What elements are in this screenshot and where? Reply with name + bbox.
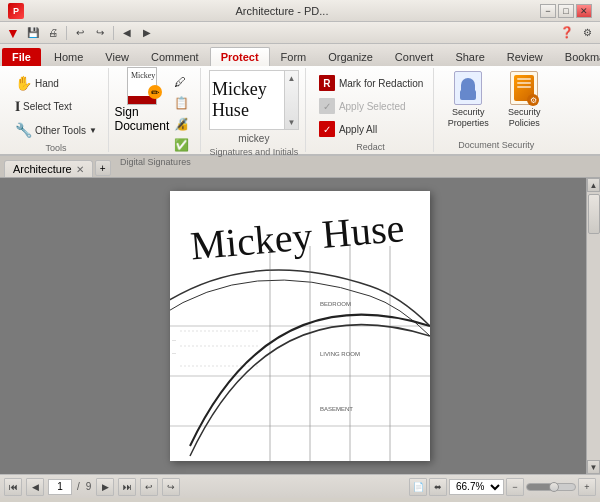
scroll-down-button[interactable]: ▼: [285, 115, 298, 129]
group-security-label: Document Security: [442, 140, 550, 150]
sign-document-icon: Mickey ✏: [124, 67, 160, 105]
hand-icon: ✋: [15, 75, 32, 91]
tab-organize[interactable]: Organize: [317, 47, 384, 66]
tab-review[interactable]: Review: [496, 47, 554, 66]
sign-document-button[interactable]: Mickey ✏ Sign Document: [117, 70, 167, 130]
sig-btn-3[interactable]: 🔏: [169, 114, 194, 134]
hand-button[interactable]: ✋ Hand: [10, 72, 102, 94]
doc-tab-label: Architecture: [13, 163, 72, 175]
tab-bookmarks[interactable]: Bookmarks: [554, 47, 600, 66]
minimize-button[interactable]: −: [540, 4, 556, 18]
gallery-scroll: ▲ ▼: [284, 71, 298, 129]
separator2: [113, 26, 114, 40]
group-document-security: Security Properties ⚙: [436, 68, 556, 152]
options-button[interactable]: ⚙: [578, 24, 596, 42]
sig-btn-2[interactable]: 📋: [169, 93, 194, 113]
tab-home[interactable]: Home: [43, 47, 94, 66]
prev-page-button[interactable]: ◀: [26, 478, 44, 496]
tab-view[interactable]: View: [94, 47, 140, 66]
undo-button[interactable]: ↩: [71, 24, 89, 42]
tab-share[interactable]: Share: [444, 47, 495, 66]
go-back-button[interactable]: ↩: [140, 478, 158, 496]
zoom-in-button[interactable]: +: [578, 478, 596, 496]
zoom-out-button[interactable]: −: [506, 478, 524, 496]
scroll-up-button[interactable]: ▲: [587, 178, 600, 192]
first-page-button[interactable]: ⏮: [4, 478, 22, 496]
maximize-button[interactable]: □: [558, 4, 574, 18]
apply-selected-icon: ✓: [318, 97, 336, 115]
group-signatures-initials: Mickey Huse ▲ ▼ mickey Signatures and In…: [203, 68, 306, 152]
signature-name-label: mickey: [209, 132, 299, 145]
group-tools-label: Tools: [10, 143, 102, 153]
last-page-button[interactable]: ⏭: [118, 478, 136, 496]
print-button[interactable]: 🖨: [44, 24, 62, 42]
sig-gallery-container: Mickey Huse ▲ ▼ mickey: [209, 70, 299, 145]
apply-all-button[interactable]: ✓ Apply All: [314, 118, 427, 140]
security-policies-icon: ⚙: [506, 71, 542, 105]
app-icon: P: [8, 3, 24, 19]
redact-buttons: R Mark for Redaction ✓ Apply Selected: [314, 70, 427, 140]
save-button[interactable]: 💾: [24, 24, 42, 42]
security-properties-button[interactable]: Security Properties: [442, 70, 494, 130]
signature-gallery[interactable]: Mickey Huse ▲ ▼: [209, 70, 299, 130]
main-content-area: Mickey Huse BEDROOM LIVING ROOM BASEM: [0, 178, 600, 474]
security-policies-label: Security Policies: [501, 107, 547, 129]
page-number-input[interactable]: 1: [48, 479, 72, 495]
dropdown-arrow-icon: ▼: [89, 126, 97, 135]
svg-text:—: —: [172, 337, 176, 342]
mark-for-redaction-button[interactable]: R Mark for Redaction: [314, 72, 427, 94]
separator: [66, 26, 67, 40]
group-redact: R Mark for Redaction ✓ Apply Selected: [308, 68, 434, 152]
tab-comment[interactable]: Comment: [140, 47, 210, 66]
status-left: ⏮ ◀ 1 / 9 ▶ ⏭ ↩ ↪: [4, 478, 180, 496]
new-tab-button[interactable]: +: [95, 160, 111, 176]
fit-page-button[interactable]: 📄: [409, 478, 427, 496]
title-bar: P Architecture - PD... − □ ✕: [0, 0, 600, 22]
signature-preview: Mickey Huse: [210, 71, 284, 129]
tab-convert[interactable]: Convert: [384, 47, 445, 66]
group-signatures-label: Signatures and Initials: [209, 147, 299, 157]
architectural-drawing: BEDROOM LIVING ROOM BASEMENT — —: [170, 246, 430, 461]
ribbon: ✋ Hand 𝐈 Select Text 🔧 Other Tools ▼ Too…: [0, 66, 600, 156]
sig-btn-1[interactable]: 🖊: [169, 72, 194, 92]
help-button[interactable]: ❓: [558, 24, 576, 42]
svg-text:LIVING ROOM: LIVING ROOM: [320, 351, 360, 357]
scroll-thumb[interactable]: [588, 194, 600, 234]
svg-text:BEDROOM: BEDROOM: [320, 301, 351, 307]
tab-form[interactable]: Form: [270, 47, 318, 66]
pdf-page: Mickey Huse BEDROOM LIVING ROOM BASEM: [170, 191, 430, 461]
doc-tab-architecture[interactable]: Architecture ✕: [4, 160, 93, 177]
prev-button[interactable]: ◀: [118, 24, 136, 42]
security-properties-icon: [450, 71, 486, 105]
go-forward-button[interactable]: ↪: [162, 478, 180, 496]
other-tools-button[interactable]: 🔧 Other Tools ▼: [10, 119, 102, 141]
zoom-slider-thumb[interactable]: [549, 482, 559, 492]
page-separator: /: [77, 481, 80, 492]
next-page-button[interactable]: ▶: [96, 478, 114, 496]
redact-icon: R: [318, 74, 336, 92]
sign-document-label: Sign Document: [115, 105, 170, 133]
fit-width-button[interactable]: ⬌: [429, 478, 447, 496]
scroll-up-button[interactable]: ▲: [285, 71, 298, 85]
scroll-track: [285, 85, 298, 115]
redo-button[interactable]: ↪: [91, 24, 109, 42]
signature-text: Mickey Huse: [212, 79, 282, 121]
ribbon-tab-bar: File Home View Comment Protect Form Orga…: [0, 44, 600, 66]
status-right: 📄 ⬌ 66.7% 50% 75% 100% 125% 150% − +: [409, 478, 596, 496]
scroll-down-button[interactable]: ▼: [587, 460, 600, 474]
zoom-select[interactable]: 66.7% 50% 75% 100% 125% 150%: [449, 479, 504, 495]
app-menu-button[interactable]: ▼: [4, 24, 22, 42]
tab-protect[interactable]: Protect: [210, 47, 270, 66]
doc-tab-close-button[interactable]: ✕: [76, 164, 84, 175]
next-button[interactable]: ▶: [138, 24, 156, 42]
sig-btn-4[interactable]: ✅: [169, 135, 194, 155]
group-tools: ✋ Hand 𝐈 Select Text 🔧 Other Tools ▼ Too…: [4, 68, 109, 152]
select-text-button[interactable]: 𝐈 Select Text: [10, 95, 102, 118]
close-button[interactable]: ✕: [576, 4, 592, 18]
main-scrollbar: ▲ ▼: [586, 178, 600, 474]
apply-selected-button[interactable]: ✓ Apply Selected: [314, 95, 427, 117]
group-redact-label: Redact: [314, 142, 427, 152]
tab-file[interactable]: File: [2, 48, 41, 66]
security-policies-button[interactable]: ⚙ Security Policies: [498, 70, 550, 130]
zoom-slider[interactable]: [526, 483, 576, 491]
